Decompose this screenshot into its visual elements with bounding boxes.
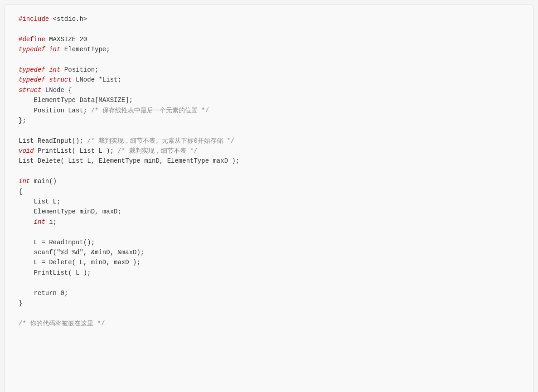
code-line-1: #include <stdio.h> <box>19 14 519 24</box>
code-text: }; <box>19 117 26 124</box>
code-text: List Delete( List L, ElementType minD, E… <box>19 157 239 165</box>
struct-keyword: struct <box>19 87 41 94</box>
code-line-30 <box>19 308 519 318</box>
code-line-4: typedef int ElementType; <box>19 44 519 54</box>
code-text: List L; <box>19 198 60 205</box>
comment-text: /* 裁判实现，细节不表。元素从下标0开始存储 */ <box>87 137 234 145</box>
preprocessor-keyword: #define <box>19 36 45 43</box>
code-line-18: { <box>19 187 519 197</box>
code-line-2 <box>19 24 519 34</box>
code-line-9: ElementType Data[MAXSIZE]; <box>19 95 519 105</box>
code-text: main() <box>30 178 57 185</box>
code-line-13: List ReadInput(); /* 裁判实现，细节不表。元素从下标0开始存… <box>19 136 519 146</box>
code-text: L = ReadInput(); <box>19 239 95 246</box>
code-line-8: struct LNode { <box>19 85 519 95</box>
code-text: MAXSIZE 20 <box>45 36 87 43</box>
code-editor: #include <stdio.h> #define MAXSIZE 20 ty… <box>5 5 533 392</box>
code-line-17: int main() <box>19 176 519 186</box>
int-keyword: int <box>49 46 60 53</box>
int-keyword: int <box>19 178 30 185</box>
code-line-25: L = Delete( L, minD, maxD ); <box>19 257 519 267</box>
code-line-24: scanf("%d %d", &minD, &maxD); <box>19 247 519 257</box>
int-keyword: int <box>34 218 45 226</box>
code-line-14: void PrintList( List L ); /* 裁判实现，细节不表 *… <box>19 146 519 156</box>
code-text: PrintList( List L ); <box>34 147 118 155</box>
code-text: ElementType Data[MAXSIZE]; <box>19 97 133 104</box>
code-line-5 <box>19 55 519 65</box>
code-text: L = Delete( L, minD, maxD ); <box>19 259 141 266</box>
code-line-29: } <box>19 298 519 308</box>
code-text: LNode { <box>41 87 72 94</box>
code-line-20: ElementType minD, maxD; <box>19 207 519 217</box>
code-line-16 <box>19 166 519 176</box>
typedef-keyword: typedef <box>19 66 45 73</box>
code-text: return 0; <box>19 290 68 297</box>
code-text: LNode *List; <box>72 76 121 83</box>
code-line-31: /* 你的代码将被嵌在这里 */ <box>19 319 519 329</box>
void-keyword: void <box>19 147 34 155</box>
code-text: Position; <box>60 66 98 73</box>
code-text <box>45 66 49 73</box>
code-line-23: L = ReadInput(); <box>19 237 519 247</box>
code-text: <stdio.h> <box>49 15 87 23</box>
code-line-11: }; <box>19 116 519 126</box>
code-line-27 <box>19 278 519 288</box>
code-text: i; <box>45 218 57 226</box>
typedef-keyword: typedef <box>19 46 45 53</box>
int-keyword: int <box>49 66 60 73</box>
code-line-10: Position Last; /* 保存线性表中最后一个元素的位置 */ <box>19 106 519 116</box>
preprocessor-keyword: #include <box>19 15 49 23</box>
code-text: scanf("%d %d", &minD, &maxD); <box>19 249 144 256</box>
code-line-22 <box>19 227 519 237</box>
code-text: } <box>19 300 22 307</box>
code-text: ElementType; <box>60 46 110 53</box>
code-text <box>45 76 49 83</box>
comment-text: /* 保存线性表中最后一个元素的位置 */ <box>91 107 209 114</box>
code-text: ElementType minD, maxD; <box>19 208 121 215</box>
code-line-15: List Delete( List L, ElementType minD, E… <box>19 156 519 166</box>
struct-keyword: struct <box>49 76 72 83</box>
code-line-19: List L; <box>19 197 519 207</box>
code-text: PrintList( L ); <box>19 269 91 276</box>
code-text: List ReadInput(); <box>19 137 87 145</box>
code-line-6: typedef int Position; <box>19 65 519 75</box>
code-line-21: int i; <box>19 217 519 227</box>
comment-text-cn: /* 你的代码将被嵌在这里 */ <box>19 320 105 327</box>
code-indent <box>19 218 34 226</box>
code-line-12 <box>19 126 519 136</box>
code-line-28: return 0; <box>19 288 519 298</box>
code-text <box>45 46 49 53</box>
typedef-keyword: typedef <box>19 76 45 83</box>
code-line-3: #define MAXSIZE 20 <box>19 34 519 44</box>
code-line-7: typedef struct LNode *List; <box>19 75 519 85</box>
code-text: Position Last; <box>19 107 91 114</box>
code-line-26: PrintList( L ); <box>19 268 519 278</box>
comment-text: /* 裁判实现，细节不表 */ <box>117 147 197 155</box>
code-text: { <box>19 188 22 195</box>
